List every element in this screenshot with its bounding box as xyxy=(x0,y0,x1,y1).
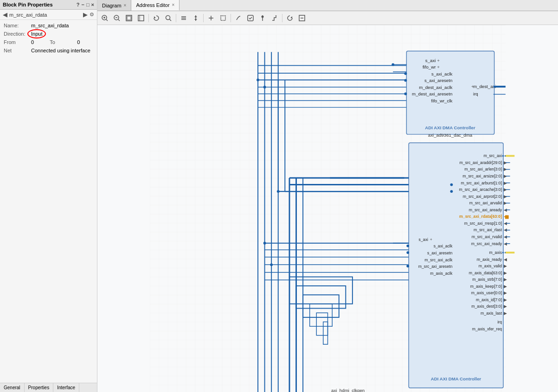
svg-point-59 xyxy=(277,190,280,193)
current-pin-name: m_src_axi_rdata xyxy=(9,12,81,18)
svg-text:▶: ▶ xyxy=(504,291,507,295)
svg-rect-116 xyxy=(505,215,509,219)
svg-text:irq: irq xyxy=(497,320,502,324)
svg-text:m_axis_strb[7:0]: m_axis_strb[7:0] xyxy=(472,277,502,282)
pin-button[interactable] xyxy=(257,13,268,23)
svg-marker-11 xyxy=(154,16,156,18)
pin-navigation: ◀ m_src_axi_rdata ▶ ⚙ xyxy=(0,10,97,20)
add-button[interactable] xyxy=(205,13,217,23)
pin-prev-button[interactable]: ◀ xyxy=(3,11,7,18)
prop-direction-row: Direction: Input xyxy=(4,31,93,37)
tab-interface[interactable]: Interface xyxy=(53,383,79,392)
svg-text:m_axis_aclk: m_axis_aclk xyxy=(430,271,453,276)
prop-name-value: m_src_axi_rdata xyxy=(31,23,69,28)
svg-text:m_src_axi_arburst[1:0]: m_src_axi_arburst[1:0] xyxy=(461,181,502,185)
svg-text:m_src_axi_aresetn: m_src_axi_aresetn xyxy=(418,264,453,269)
svg-text:irq: irq xyxy=(473,91,478,96)
svg-text:▶: ▶ xyxy=(504,264,507,268)
route-button[interactable] xyxy=(269,13,280,23)
svg-text:m_axis_data[63:0]: m_axis_data[63:0] xyxy=(469,271,502,275)
svg-point-12 xyxy=(166,15,170,19)
maximize-icon[interactable]: □ xyxy=(86,2,90,7)
svg-text:◀: ◀ xyxy=(504,257,507,262)
svg-marker-19 xyxy=(194,19,197,20)
connect-button[interactable] xyxy=(233,13,244,23)
svg-text:m_axis: m_axis xyxy=(489,250,502,255)
svg-point-46 xyxy=(263,86,266,89)
tab-general[interactable]: General xyxy=(0,383,25,392)
svg-line-6 xyxy=(118,19,120,21)
svg-text:m_dest_axi_aresetn: m_dest_axi_aresetn xyxy=(412,91,452,96)
svg-text:+: + xyxy=(430,237,432,242)
close-icon[interactable]: × xyxy=(91,2,94,7)
fit2-button[interactable] xyxy=(135,13,147,23)
properties-table: Name: m_src_axi_rdata Direction: Input F… xyxy=(0,20,97,56)
prop-net-value: Connected using interface xyxy=(31,48,90,53)
toolbar-sep-2 xyxy=(176,14,176,22)
svg-text:▶: ▶ xyxy=(504,277,507,282)
svg-text:ADI AXI DMA Controller: ADI AXI DMA Controller xyxy=(431,376,481,381)
diagram-panel: Diagram × Address Editor × xyxy=(97,0,558,392)
prop-from-value: 0 xyxy=(31,39,34,45)
svg-text:s_axi_aclk: s_axi_aclk xyxy=(434,244,453,248)
panel-header: Block Pin Properties ? − □ × xyxy=(0,0,97,10)
svg-text:m_src_axi: m_src_axi xyxy=(483,153,502,158)
fit-button[interactable] xyxy=(123,13,135,23)
prop-to-value: 0 xyxy=(77,39,80,45)
svg-point-165 xyxy=(406,251,409,254)
align-button[interactable] xyxy=(178,13,189,23)
svg-point-173 xyxy=(450,190,453,193)
tab-diagram[interactable]: Diagram × xyxy=(97,0,131,11)
diagram-svg: ADI AXI DMA Controller axi_ad9361_dac_dm… xyxy=(97,25,558,392)
svg-text:m_src_axi_aclk: m_src_axi_aclk xyxy=(424,258,453,262)
tab-properties[interactable]: Properties xyxy=(25,383,54,392)
reload-button[interactable] xyxy=(284,13,295,23)
toolbar-sep-3 xyxy=(203,14,204,22)
prop-from-label: From xyxy=(4,39,29,45)
refresh-button[interactable] xyxy=(151,13,162,23)
svg-point-82 xyxy=(404,72,407,75)
svg-text:ADI AXI DMA Controller: ADI AXI DMA Controller xyxy=(425,125,475,130)
svg-point-163 xyxy=(406,245,409,247)
svg-rect-8 xyxy=(127,16,131,20)
svg-point-74 xyxy=(391,63,394,66)
svg-text:m_axis_valid: m_axis_valid xyxy=(479,264,502,268)
pin-next-button[interactable]: ▶ xyxy=(83,11,88,18)
search-button[interactable] xyxy=(163,13,174,23)
tab-diagram-close[interactable]: × xyxy=(124,3,127,8)
tab-address-editor[interactable]: Address Editor × xyxy=(131,0,180,11)
diagram-canvas[interactable]: ADI AXI DMA Controller axi_ad9361_dac_dm… xyxy=(97,25,558,392)
svg-point-54 xyxy=(270,263,273,266)
prop-from-row: From 0 To 0 xyxy=(4,39,93,45)
zoom-out-button[interactable] xyxy=(111,13,122,23)
svg-text:m_src_axi_rlast: m_src_axi_rlast xyxy=(474,228,502,233)
prop-net-row: Net Connected using interface xyxy=(4,48,93,53)
pin-settings-button[interactable]: ⚙ xyxy=(90,12,94,18)
tab-address-editor-label: Address Editor xyxy=(136,2,169,8)
tab-diagram-label: Diagram xyxy=(102,3,122,8)
help-icon[interactable]: ? xyxy=(77,2,80,7)
svg-point-45 xyxy=(257,79,259,82)
prop-direction-value: Input xyxy=(31,31,42,37)
svg-text:+: + xyxy=(437,58,440,63)
svg-text:fifo_wr_clk: fifo_wr_clk xyxy=(431,98,453,103)
validate-button[interactable] xyxy=(245,13,256,23)
svg-line-13 xyxy=(170,19,172,21)
zoom-in-button[interactable] xyxy=(99,13,110,23)
svg-text:m_src_axi_araddr[29:0]: m_src_axi_araddr[29:0] xyxy=(460,160,502,165)
distribute-button[interactable] xyxy=(190,13,201,23)
select-button[interactable] xyxy=(218,13,229,23)
svg-text:s_axi_aresetn: s_axi_aresetn xyxy=(427,251,452,255)
svg-marker-27 xyxy=(290,16,292,18)
svg-rect-9 xyxy=(138,15,144,21)
svg-text:m_dest_axi: m_dest_axi xyxy=(473,84,496,89)
svg-text:m_src_axi_ready: m_src_axi_ready xyxy=(471,241,502,246)
tab-address-editor-close[interactable]: × xyxy=(172,2,175,7)
svg-point-53 xyxy=(263,242,266,245)
panel-bottom-tabs: General Properties Interface xyxy=(0,383,97,392)
more-button[interactable] xyxy=(296,13,308,23)
diagram-tab-bar: Diagram × Address Editor × xyxy=(97,0,558,11)
svg-text:m_axis_xfer_req: m_axis_xfer_req xyxy=(472,327,502,331)
minimize-icon[interactable]: − xyxy=(81,2,84,7)
prop-name-label: Name: xyxy=(4,23,29,28)
